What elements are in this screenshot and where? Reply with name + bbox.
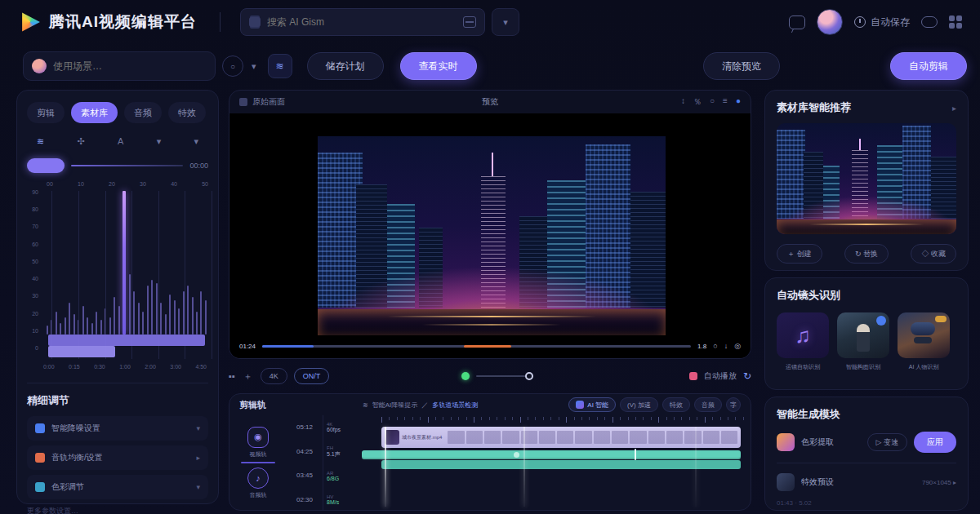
generate-row-2[interactable]: 特效预设 790×1045 ▸ [777,473,956,491]
percent-icon[interactable]: ％ [693,96,702,108]
detect-tile-person[interactable]: 智能构图识别 [837,312,889,371]
tool-icon-5[interactable]: ▾ [194,136,198,147]
tab-3[interactable]: 音频 [124,102,162,123]
detect-tile-vr[interactable]: AI 人物识别 [898,312,950,371]
chevron-down-icon[interactable]: ▾ [252,61,256,72]
adjust-item-2[interactable]: 音轨均衡/设置▸ [27,445,208,470]
audio-clip-1[interactable] [362,450,741,459]
adjust-item-1[interactable]: 智能降噪设置▾ [27,416,208,441]
ruler-tick [628,417,629,420]
audio-clip-2[interactable] [381,460,741,469]
timeline-pill-2[interactable]: (V) 加速 [620,397,658,412]
frame-cell [703,431,719,444]
preview-button[interactable]: 查看实时 [400,52,477,80]
speed-pill[interactable]: ▷ 变速 [867,433,907,451]
save-icon[interactable] [463,16,476,28]
ai-sparkle-button[interactable]: ≋ [268,54,292,78]
generate-title: 智能生成模块 [777,407,956,422]
meta-value: 6/8G [327,476,359,481]
search-dropdown-button[interactable]: ▾ [492,8,519,36]
slider-track[interactable] [71,165,183,166]
fit-icon[interactable]: ↕ [681,96,685,108]
tab-2[interactable]: 素材库 [71,102,118,123]
chat-icon[interactable] [789,16,805,29]
apply-button[interactable]: 应用 [914,432,956,453]
row2-label: 特效预设 [801,476,915,488]
scene-input-wrap[interactable] [23,51,216,81]
wave-bar [109,317,111,335]
video-viewport[interactable]: 01:24 1.8 ○ ↓ ◎ [229,113,751,358]
keyframe-dot[interactable] [514,452,519,458]
waveform-chart: 9080706050403020100 001020304050 [27,181,208,359]
wave-bar [91,323,93,335]
ruler-tick [566,417,567,423]
selection-band-top[interactable] [48,335,205,346]
video-clip[interactable]: 城市夜景素材.mp4 [381,427,741,448]
adjust-item-3[interactable]: 色彩调节▾ [27,475,208,499]
message-bubble-icon[interactable] [921,16,938,28]
history-icon[interactable]: ○ [713,342,717,350]
track-label-2[interactable]: ♪音频轨 [247,467,269,499]
app-logo[interactable]: 腾讯AI视频编辑平台 [20,11,197,33]
ruler-tick [543,417,544,420]
settings-icon[interactable]: ◎ [734,342,741,350]
adjust-list: 智能降噪设置▾音轨均衡/设置▸色彩调节▾ [27,416,208,499]
volume-knob[interactable] [525,372,533,380]
tab-4[interactable]: 特效 [168,102,206,123]
download-icon[interactable]: ↓ [724,342,728,350]
add-icon[interactable]: ＋ [243,370,252,383]
recommend-button-2[interactable]: ↻ 替换 [844,244,889,264]
search-bar[interactable] [240,8,485,36]
subtitle-badge[interactable]: 字 [726,397,741,412]
slider-thumb[interactable] [27,158,65,173]
scene-input[interactable] [53,60,207,72]
ruler-tick [412,417,413,420]
tab-1[interactable]: 剪辑 [27,102,65,123]
detect-tiles: ♫ 运镜自动识别 智能构图识别 AI 人物识别 [777,312,956,371]
tool-icon-4[interactable]: ▾ [157,136,162,147]
track-label-1[interactable]: ◉视频轨 [247,427,269,459]
apps-grid-icon[interactable] [949,16,962,29]
progress-segment-orange [464,345,511,348]
resolution-pill[interactable]: 4K [261,368,287,384]
wave-bar [169,295,171,335]
timeline-pill-1[interactable]: AI 智能 [568,397,616,412]
tool-icon-1[interactable]: ≋ [37,136,44,147]
mode-pill[interactable]: ON/T [294,368,330,384]
timeline-pill-3[interactable]: 特效 [662,397,690,412]
clear-button[interactable]: 清除预览 [703,52,780,80]
avatar[interactable] [817,9,843,35]
refresh-icon[interactable]: ↻ [743,370,751,382]
view-mode[interactable]: 原始画面 [239,96,285,108]
snap-icon[interactable]: ▪▪ [229,371,235,381]
selection-band-bottom[interactable] [48,346,115,357]
detect-title: 自动镜头识别 [777,288,956,303]
circle-icon[interactable]: ○ [710,96,715,108]
timeline-pill-4[interactable]: 音频 [694,397,722,412]
recommend-card: 素材库智能推荐 ▸ ＋ 创建↻ 替换◇ 收藏 [764,90,969,271]
chart-plot: 001020304050 [42,181,208,359]
recommend-button-3[interactable]: ◇ 收藏 [911,244,956,264]
auto-edit-button[interactable]: 自动剪辑 [890,52,967,80]
tool-icon-2[interactable]: ✣ [78,136,85,147]
top-right-actions: 自动保存 [789,9,962,35]
search-input[interactable] [267,16,457,28]
record-circle-button[interactable]: ○ [222,55,243,77]
progress-track[interactable] [262,345,691,348]
tracks-area[interactable]: 城市夜景素材.mp4 [362,415,744,510]
recommend-preview[interactable] [777,123,956,234]
track-meta: 4K60fpsFH5.1声AR6/8GHV8M/s [323,415,362,510]
tile-caption: 运镜自动识别 [777,363,829,371]
recommend-button-1[interactable]: ＋ 创建 [777,244,822,264]
chevron-right-icon[interactable]: ▸ [952,104,956,113]
list-icon[interactable]: ≡ [723,96,728,108]
plan-button[interactable]: 储存计划 [307,52,384,80]
playhead[interactable] [385,427,386,507]
detect-tile-music[interactable]: ♫ 运镜自动识别 [777,312,829,371]
y-tick: 10 [27,328,38,334]
time-tick: 03:45 [287,472,323,479]
volume-track[interactable] [476,375,533,377]
frame-cell [539,431,555,444]
tool-icon-3[interactable]: A [118,136,123,147]
wave-bar [65,317,66,335]
